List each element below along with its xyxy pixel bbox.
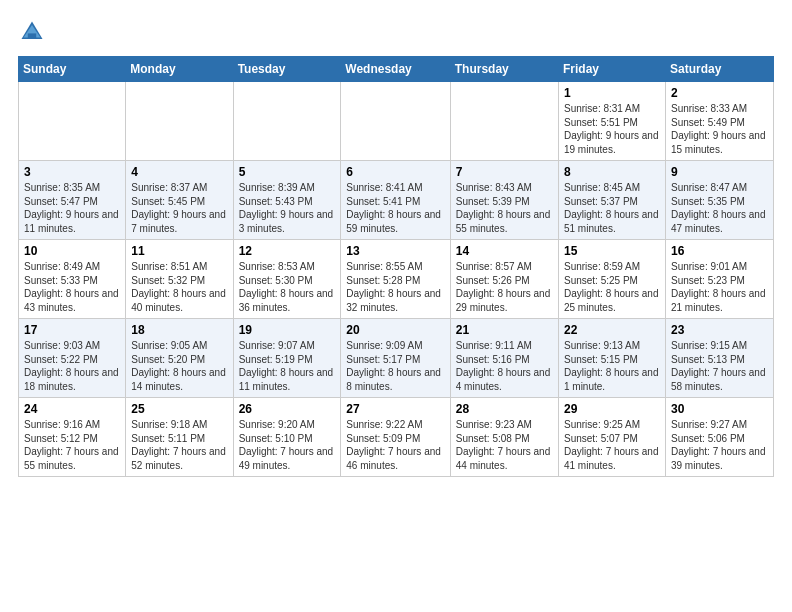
calendar-cell: 24Sunrise: 9:16 AM Sunset: 5:12 PM Dayli…: [19, 398, 126, 477]
calendar-week-4: 17Sunrise: 9:03 AM Sunset: 5:22 PM Dayli…: [19, 319, 774, 398]
day-number: 8: [564, 165, 660, 179]
day-number: 14: [456, 244, 553, 258]
calendar-cell: 18Sunrise: 9:05 AM Sunset: 5:20 PM Dayli…: [126, 319, 233, 398]
day-info: Sunrise: 8:53 AM Sunset: 5:30 PM Dayligh…: [239, 260, 336, 314]
logo: [18, 18, 50, 46]
calendar-week-5: 24Sunrise: 9:16 AM Sunset: 5:12 PM Dayli…: [19, 398, 774, 477]
calendar-cell: 3Sunrise: 8:35 AM Sunset: 5:47 PM Daylig…: [19, 161, 126, 240]
day-info: Sunrise: 8:37 AM Sunset: 5:45 PM Dayligh…: [131, 181, 227, 235]
day-info: Sunrise: 8:47 AM Sunset: 5:35 PM Dayligh…: [671, 181, 768, 235]
day-info: Sunrise: 9:27 AM Sunset: 5:06 PM Dayligh…: [671, 418, 768, 472]
day-info: Sunrise: 9:01 AM Sunset: 5:23 PM Dayligh…: [671, 260, 768, 314]
calendar-cell: 23Sunrise: 9:15 AM Sunset: 5:13 PM Dayli…: [665, 319, 773, 398]
day-info: Sunrise: 8:49 AM Sunset: 5:33 PM Dayligh…: [24, 260, 120, 314]
day-number: 3: [24, 165, 120, 179]
day-number: 27: [346, 402, 444, 416]
calendar-cell: 10Sunrise: 8:49 AM Sunset: 5:33 PM Dayli…: [19, 240, 126, 319]
day-info: Sunrise: 9:03 AM Sunset: 5:22 PM Dayligh…: [24, 339, 120, 393]
calendar-cell: 22Sunrise: 9:13 AM Sunset: 5:15 PM Dayli…: [558, 319, 665, 398]
day-info: Sunrise: 9:07 AM Sunset: 5:19 PM Dayligh…: [239, 339, 336, 393]
calendar: SundayMondayTuesdayWednesdayThursdayFrid…: [18, 56, 774, 477]
calendar-cell: 25Sunrise: 9:18 AM Sunset: 5:11 PM Dayli…: [126, 398, 233, 477]
calendar-header-friday: Friday: [558, 57, 665, 82]
day-number: 5: [239, 165, 336, 179]
calendar-cell: 21Sunrise: 9:11 AM Sunset: 5:16 PM Dayli…: [450, 319, 558, 398]
calendar-cell: 5Sunrise: 8:39 AM Sunset: 5:43 PM Daylig…: [233, 161, 341, 240]
calendar-cell: 12Sunrise: 8:53 AM Sunset: 5:30 PM Dayli…: [233, 240, 341, 319]
day-number: 23: [671, 323, 768, 337]
day-info: Sunrise: 9:23 AM Sunset: 5:08 PM Dayligh…: [456, 418, 553, 472]
calendar-cell: [233, 82, 341, 161]
calendar-cell: 28Sunrise: 9:23 AM Sunset: 5:08 PM Dayli…: [450, 398, 558, 477]
calendar-header-sunday: Sunday: [19, 57, 126, 82]
day-number: 21: [456, 323, 553, 337]
day-info: Sunrise: 8:57 AM Sunset: 5:26 PM Dayligh…: [456, 260, 553, 314]
calendar-cell: 30Sunrise: 9:27 AM Sunset: 5:06 PM Dayli…: [665, 398, 773, 477]
day-number: 6: [346, 165, 444, 179]
day-number: 2: [671, 86, 768, 100]
calendar-header-thursday: Thursday: [450, 57, 558, 82]
day-info: Sunrise: 9:16 AM Sunset: 5:12 PM Dayligh…: [24, 418, 120, 472]
day-number: 12: [239, 244, 336, 258]
day-info: Sunrise: 9:20 AM Sunset: 5:10 PM Dayligh…: [239, 418, 336, 472]
calendar-cell: [126, 82, 233, 161]
day-info: Sunrise: 8:39 AM Sunset: 5:43 PM Dayligh…: [239, 181, 336, 235]
calendar-cell: 26Sunrise: 9:20 AM Sunset: 5:10 PM Dayli…: [233, 398, 341, 477]
day-info: Sunrise: 8:33 AM Sunset: 5:49 PM Dayligh…: [671, 102, 768, 156]
calendar-cell: 16Sunrise: 9:01 AM Sunset: 5:23 PM Dayli…: [665, 240, 773, 319]
day-number: 25: [131, 402, 227, 416]
calendar-cell: 6Sunrise: 8:41 AM Sunset: 5:41 PM Daylig…: [341, 161, 450, 240]
day-info: Sunrise: 8:35 AM Sunset: 5:47 PM Dayligh…: [24, 181, 120, 235]
day-info: Sunrise: 8:41 AM Sunset: 5:41 PM Dayligh…: [346, 181, 444, 235]
day-info: Sunrise: 8:51 AM Sunset: 5:32 PM Dayligh…: [131, 260, 227, 314]
calendar-cell: 27Sunrise: 9:22 AM Sunset: 5:09 PM Dayli…: [341, 398, 450, 477]
day-info: Sunrise: 8:55 AM Sunset: 5:28 PM Dayligh…: [346, 260, 444, 314]
day-info: Sunrise: 9:05 AM Sunset: 5:20 PM Dayligh…: [131, 339, 227, 393]
day-info: Sunrise: 8:31 AM Sunset: 5:51 PM Dayligh…: [564, 102, 660, 156]
calendar-cell: 15Sunrise: 8:59 AM Sunset: 5:25 PM Dayli…: [558, 240, 665, 319]
calendar-cell: [19, 82, 126, 161]
calendar-header-row: SundayMondayTuesdayWednesdayThursdayFrid…: [19, 57, 774, 82]
day-number: 7: [456, 165, 553, 179]
calendar-week-2: 3Sunrise: 8:35 AM Sunset: 5:47 PM Daylig…: [19, 161, 774, 240]
day-info: Sunrise: 8:45 AM Sunset: 5:37 PM Dayligh…: [564, 181, 660, 235]
calendar-header-tuesday: Tuesday: [233, 57, 341, 82]
calendar-week-3: 10Sunrise: 8:49 AM Sunset: 5:33 PM Dayli…: [19, 240, 774, 319]
day-info: Sunrise: 9:25 AM Sunset: 5:07 PM Dayligh…: [564, 418, 660, 472]
calendar-week-1: 1Sunrise: 8:31 AM Sunset: 5:51 PM Daylig…: [19, 82, 774, 161]
day-number: 19: [239, 323, 336, 337]
day-info: Sunrise: 9:22 AM Sunset: 5:09 PM Dayligh…: [346, 418, 444, 472]
calendar-cell: 19Sunrise: 9:07 AM Sunset: 5:19 PM Dayli…: [233, 319, 341, 398]
calendar-cell: 20Sunrise: 9:09 AM Sunset: 5:17 PM Dayli…: [341, 319, 450, 398]
day-info: Sunrise: 8:59 AM Sunset: 5:25 PM Dayligh…: [564, 260, 660, 314]
svg-rect-2: [28, 33, 36, 39]
day-number: 30: [671, 402, 768, 416]
day-info: Sunrise: 9:18 AM Sunset: 5:11 PM Dayligh…: [131, 418, 227, 472]
day-number: 22: [564, 323, 660, 337]
calendar-cell: 4Sunrise: 8:37 AM Sunset: 5:45 PM Daylig…: [126, 161, 233, 240]
calendar-cell: [341, 82, 450, 161]
page: SundayMondayTuesdayWednesdayThursdayFrid…: [0, 0, 792, 487]
day-number: 16: [671, 244, 768, 258]
day-number: 18: [131, 323, 227, 337]
day-info: Sunrise: 9:09 AM Sunset: 5:17 PM Dayligh…: [346, 339, 444, 393]
logo-icon: [18, 18, 46, 46]
day-number: 11: [131, 244, 227, 258]
calendar-cell: 8Sunrise: 8:45 AM Sunset: 5:37 PM Daylig…: [558, 161, 665, 240]
day-info: Sunrise: 9:11 AM Sunset: 5:16 PM Dayligh…: [456, 339, 553, 393]
calendar-cell: 11Sunrise: 8:51 AM Sunset: 5:32 PM Dayli…: [126, 240, 233, 319]
calendar-header-saturday: Saturday: [665, 57, 773, 82]
calendar-cell: 9Sunrise: 8:47 AM Sunset: 5:35 PM Daylig…: [665, 161, 773, 240]
day-number: 15: [564, 244, 660, 258]
day-number: 26: [239, 402, 336, 416]
calendar-cell: 17Sunrise: 9:03 AM Sunset: 5:22 PM Dayli…: [19, 319, 126, 398]
day-info: Sunrise: 8:43 AM Sunset: 5:39 PM Dayligh…: [456, 181, 553, 235]
day-number: 17: [24, 323, 120, 337]
calendar-cell: 7Sunrise: 8:43 AM Sunset: 5:39 PM Daylig…: [450, 161, 558, 240]
day-number: 29: [564, 402, 660, 416]
day-number: 10: [24, 244, 120, 258]
calendar-header-wednesday: Wednesday: [341, 57, 450, 82]
calendar-cell: [450, 82, 558, 161]
day-number: 28: [456, 402, 553, 416]
day-info: Sunrise: 9:15 AM Sunset: 5:13 PM Dayligh…: [671, 339, 768, 393]
